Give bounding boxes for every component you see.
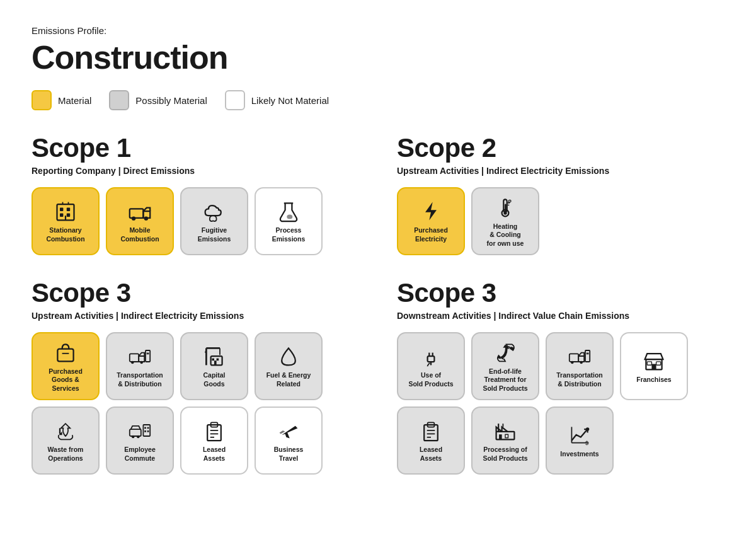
card-label-employee-commute: EmployeeCommute bbox=[124, 446, 156, 463]
scope1-sub: Reporting Company | Direct Emissions bbox=[32, 166, 359, 176]
plane-icon bbox=[277, 419, 300, 442]
card-purchased-goods[interactable]: PurchasedGoods &Services bbox=[32, 332, 100, 400]
card-label-stationary: StationaryCombustion bbox=[46, 226, 84, 243]
commute-icon bbox=[129, 419, 151, 442]
card-processing-sold[interactable]: Processing ofSold Products bbox=[471, 407, 539, 475]
card-label-fuel-energy: Fuel & EnergyRelated bbox=[266, 371, 311, 388]
scope3-upstream-section: Scope 3 Upstream Activities | Indirect E… bbox=[32, 278, 359, 475]
clipboard-up-icon bbox=[203, 419, 226, 442]
scope1-heading: Scope 1 bbox=[32, 133, 359, 163]
legend-label-possibly: Possibly Material bbox=[135, 95, 207, 106]
droplet-icon bbox=[277, 345, 300, 367]
card-leased-assets-up[interactable]: LeasedAssets bbox=[180, 407, 248, 475]
electricity-icon bbox=[420, 200, 442, 222]
card-franchises[interactable]: Franchises bbox=[620, 332, 688, 400]
legend-label-material: Material bbox=[58, 95, 91, 106]
card-label-use-sold: Use ofSold Products bbox=[408, 371, 453, 388]
card-label-waste-ops: Waste fromOperations bbox=[48, 446, 84, 463]
card-label-process: ProcessEmissions bbox=[272, 226, 306, 243]
card-heating-cooling[interactable]: Heating& Coolingfor own use bbox=[471, 187, 539, 255]
card-waste-ops[interactable]: Waste fromOperations bbox=[32, 407, 100, 475]
card-purchased-electricity[interactable]: PurchasedElectricity bbox=[397, 187, 465, 255]
card-label-transport-up: Transportation& Distribution bbox=[117, 371, 163, 388]
transport-down-icon bbox=[568, 345, 591, 367]
card-leased-assets-down[interactable]: LeasedAssets bbox=[397, 407, 465, 475]
scope3-downstream-cards: Use ofSold Products End-of-lifeTreatment… bbox=[397, 332, 724, 475]
main-grid: Scope 1 Reporting Company | Direct Emiss… bbox=[32, 133, 724, 497]
scope2-cards: PurchasedElectricity Heating& Coolingfor… bbox=[397, 187, 724, 255]
scope2-section: Scope 2 Upstream Activities | Indirect E… bbox=[397, 133, 724, 255]
scope3-downstream-heading: Scope 3 bbox=[397, 278, 724, 308]
card-end-of-life[interactable]: End-of-lifeTreatment forSold Products bbox=[471, 332, 539, 400]
card-process[interactable]: ProcessEmissions bbox=[255, 187, 323, 255]
card-label-purchased-electricity: PurchasedElectricity bbox=[414, 226, 448, 243]
card-label-transport-down: Transportation& Distribution bbox=[556, 371, 603, 388]
plug-icon bbox=[420, 345, 442, 367]
card-capital-goods[interactable]: CapitalGoods bbox=[180, 332, 248, 400]
fugitive-icon bbox=[203, 200, 226, 222]
clipboard-down-icon bbox=[420, 419, 442, 442]
transport-up-icon bbox=[129, 345, 151, 367]
card-label-leased-up: LeasedAssets bbox=[203, 446, 226, 463]
card-label-end-of-life: End-of-lifeTreatment forSold Products bbox=[483, 367, 527, 393]
recycle-icon bbox=[494, 341, 517, 364]
legend-possibly: Possibly Material bbox=[109, 90, 207, 110]
card-mobile[interactable]: MobileCombustion bbox=[106, 187, 174, 255]
legend-box-possibly bbox=[109, 90, 129, 110]
scope3-upstream-heading: Scope 3 bbox=[32, 278, 359, 308]
legend-label-not-material: Likely Not Material bbox=[251, 95, 329, 106]
card-label-franchises: Franchises bbox=[636, 376, 671, 384]
scope3-upstream-sub: Upstream Activities | Indirect Electrici… bbox=[32, 311, 359, 321]
card-stationary[interactable]: StationaryCombustion bbox=[32, 187, 100, 255]
card-label-processing-sold: Processing ofSold Products bbox=[483, 446, 527, 463]
legend-not-material: Likely Not Material bbox=[225, 90, 329, 110]
card-employee-commute[interactable]: EmployeeCommute bbox=[106, 407, 174, 475]
scope3-downstream-sub: Downstream Activities | Indirect Value C… bbox=[397, 311, 724, 321]
mobile-icon bbox=[129, 200, 151, 222]
invest-icon bbox=[568, 424, 591, 446]
store-icon bbox=[643, 349, 665, 372]
profile-label: Emissions Profile: bbox=[32, 25, 724, 36]
process-icon bbox=[277, 200, 300, 222]
waste-icon bbox=[54, 419, 77, 442]
bag-icon bbox=[54, 341, 77, 364]
card-fuel-energy[interactable]: Fuel & EnergyRelated bbox=[255, 332, 323, 400]
card-use-sold[interactable]: Use ofSold Products bbox=[397, 332, 465, 400]
legend-box-material bbox=[32, 90, 52, 110]
stationary-icon bbox=[54, 200, 77, 222]
card-business-travel[interactable]: BusinessTravel bbox=[255, 407, 323, 475]
card-label-purchased-goods: PurchasedGoods &Services bbox=[49, 367, 83, 393]
scope2-sub: Upstream Activities | Indirect Electrici… bbox=[397, 166, 724, 176]
card-fugitive[interactable]: FugitiveEmissions bbox=[180, 187, 248, 255]
profile-title: Construction bbox=[32, 38, 724, 76]
card-label-heating-cooling: Heating& Coolingfor own use bbox=[487, 222, 524, 248]
capital-icon bbox=[203, 345, 226, 367]
card-transport-dist-down[interactable]: Transportation& Distribution bbox=[546, 332, 614, 400]
thermometer-icon bbox=[494, 196, 517, 219]
legend-material: Material bbox=[32, 90, 91, 110]
factory-icon bbox=[494, 419, 517, 442]
legend-box-not-material bbox=[225, 90, 245, 110]
card-investments[interactable]: Investments bbox=[546, 407, 614, 475]
scope1-cards: StationaryCombustion MobileCombustion Fu… bbox=[32, 187, 359, 255]
scope3-downstream-section: Scope 3 Downstream Activities | Indirect… bbox=[397, 278, 724, 475]
legend: Material Possibly Material Likely Not Ma… bbox=[32, 90, 724, 110]
card-label-capital-goods: CapitalGoods bbox=[203, 371, 225, 388]
scope2-heading: Scope 2 bbox=[397, 133, 724, 163]
scope3-upstream-cards: PurchasedGoods &Services Transportation&… bbox=[32, 332, 359, 475]
card-transport-dist-up[interactable]: Transportation& Distribution bbox=[106, 332, 174, 400]
card-label-leased-down: LeasedAssets bbox=[420, 446, 442, 463]
card-label-fugitive: FugitiveEmissions bbox=[198, 226, 231, 243]
card-label-business-travel: BusinessTravel bbox=[274, 446, 304, 463]
card-label-mobile: MobileCombustion bbox=[120, 226, 159, 243]
scope1-section: Scope 1 Reporting Company | Direct Emiss… bbox=[32, 133, 359, 255]
card-label-investments: Investments bbox=[560, 450, 598, 459]
